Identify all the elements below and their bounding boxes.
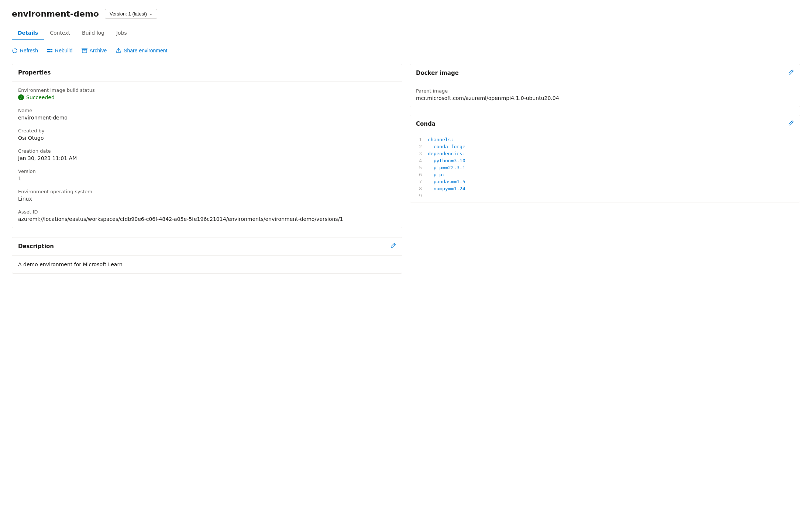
creation-date-value: Jan 30, 2023 11:01 AM xyxy=(18,155,396,161)
code-line: 9 xyxy=(412,192,798,199)
code-line: 7 - pandas==1.5 xyxy=(412,178,798,185)
svg-rect-4 xyxy=(49,51,51,52)
description-body: A demo environment for Microsoft Learn xyxy=(12,256,402,273)
conda-card: Conda 1channels:2 - conda-forge3dependen… xyxy=(410,115,800,202)
code-line: 2 - conda-forge xyxy=(412,143,798,150)
asset-id-group: Asset ID azureml://locations/eastus/work… xyxy=(18,209,396,222)
created-by-label: Created by xyxy=(18,128,396,133)
version-value: 1 xyxy=(18,176,396,181)
created-by-value: Osi Otugo xyxy=(18,135,396,141)
tab-build-log[interactable]: Build log xyxy=(76,26,110,40)
line-content: - python=3.10 xyxy=(428,158,465,163)
line-content: - numpy==1.24 xyxy=(428,186,465,191)
line-content: dependencies: xyxy=(428,151,465,156)
rebuild-icon xyxy=(47,48,53,53)
creation-date-group: Creation date Jan 30, 2023 11:01 AM xyxy=(18,148,396,161)
code-line: 3dependencies: xyxy=(412,150,798,157)
rebuild-button[interactable]: Rebuild xyxy=(47,48,72,53)
svg-rect-1 xyxy=(49,49,51,50)
name-group: Name environment-demo xyxy=(18,108,396,121)
conda-edit-icon[interactable] xyxy=(788,120,794,128)
line-number: 9 xyxy=(414,193,422,198)
parent-image-value: mcr.microsoft.com/azureml/openmpi4.1.0-u… xyxy=(416,95,794,101)
code-line: 6 - pip: xyxy=(412,171,798,178)
description-title: Description xyxy=(18,243,54,250)
line-number: 3 xyxy=(414,151,422,156)
properties-card: Properties Environment image build statu… xyxy=(12,64,402,228)
docker-edit-icon[interactable] xyxy=(788,69,794,77)
refresh-button[interactable]: Refresh xyxy=(12,48,38,53)
os-group: Environment operating system Linux xyxy=(18,189,396,202)
properties-body: Environment image build status Succeeded… xyxy=(12,81,402,228)
page-header: environment-demo Version: 1 (latest) ⌄ xyxy=(12,9,800,19)
code-line: 5 - pip==22.3.1 xyxy=(412,164,798,171)
conda-title: Conda xyxy=(416,121,436,127)
line-content: - pandas==1.5 xyxy=(428,179,465,184)
toolbar: Refresh Rebuild Archive xyxy=(12,48,800,53)
conda-header: Conda xyxy=(410,115,800,133)
build-status-label: Environment image build status xyxy=(18,87,396,93)
left-column: Properties Environment image build statu… xyxy=(12,64,402,274)
version-dropdown[interactable]: Version: 1 (latest) ⌄ xyxy=(105,9,157,19)
os-value: Linux xyxy=(18,196,396,202)
line-content: - conda-forge xyxy=(428,144,465,149)
success-icon xyxy=(18,94,24,100)
svg-rect-2 xyxy=(51,49,52,50)
docker-image-body: Parent image mcr.microsoft.com/azureml/o… xyxy=(410,82,800,107)
svg-rect-0 xyxy=(47,49,49,50)
right-column: Docker image Parent image mcr.microsoft.… xyxy=(410,64,800,202)
name-label: Name xyxy=(18,108,396,113)
conda-body: 1channels:2 - conda-forge3dependencies:4… xyxy=(410,133,800,202)
share-icon xyxy=(116,48,121,53)
creation-date-label: Creation date xyxy=(18,148,396,154)
line-content: channels: xyxy=(428,137,454,142)
name-value: environment-demo xyxy=(18,115,396,121)
tab-bar: Details Context Build log Jobs xyxy=(12,26,800,40)
svg-rect-8 xyxy=(83,51,85,51)
line-content: - pip==22.3.1 xyxy=(428,165,465,170)
line-number: 6 xyxy=(414,172,422,177)
os-label: Environment operating system xyxy=(18,189,396,194)
line-number: 2 xyxy=(414,144,422,149)
archive-icon xyxy=(82,48,87,53)
docker-image-title: Docker image xyxy=(416,70,459,76)
docker-image-card: Docker image Parent image mcr.microsoft.… xyxy=(410,64,800,107)
line-number: 8 xyxy=(414,186,422,191)
tab-jobs[interactable]: Jobs xyxy=(110,26,133,40)
description-card-header: Description xyxy=(12,237,402,256)
asset-id-label: Asset ID xyxy=(18,209,396,215)
line-content: - pip: xyxy=(428,172,445,177)
description-value: A demo environment for Microsoft Learn xyxy=(18,261,396,267)
created-by-group: Created by Osi Otugo xyxy=(18,128,396,141)
line-number: 1 xyxy=(414,137,422,142)
refresh-icon xyxy=(12,48,18,53)
tab-context[interactable]: Context xyxy=(44,26,76,40)
line-number: 7 xyxy=(414,179,422,184)
svg-rect-5 xyxy=(51,51,52,52)
build-status-value: Succeeded xyxy=(18,94,396,100)
archive-button[interactable]: Archive xyxy=(82,48,107,53)
code-line: 8 - numpy==1.24 xyxy=(412,185,798,192)
code-line: 4 - python=3.10 xyxy=(412,157,798,164)
description-edit-icon[interactable] xyxy=(390,243,396,250)
asset-id-value: azureml://locations/eastus/workspaces/cf… xyxy=(18,216,396,222)
docker-image-header: Docker image xyxy=(410,64,800,82)
page-title: environment-demo xyxy=(12,9,99,18)
line-number: 4 xyxy=(414,158,422,163)
parent-image-label: Parent image xyxy=(416,88,794,94)
properties-card-header: Properties xyxy=(12,64,402,81)
tab-details[interactable]: Details xyxy=(12,26,44,40)
version-label: Version xyxy=(18,169,396,174)
main-layout: Properties Environment image build statu… xyxy=(12,64,800,274)
svg-rect-3 xyxy=(47,51,49,52)
line-number: 5 xyxy=(414,165,422,170)
version-group: Version 1 xyxy=(18,169,396,181)
description-card: Description A demo environment for Micro… xyxy=(12,237,402,274)
share-environment-button[interactable]: Share environment xyxy=(116,48,167,53)
properties-title: Properties xyxy=(18,69,51,76)
chevron-down-icon: ⌄ xyxy=(149,11,152,16)
code-line: 1channels: xyxy=(412,136,798,143)
build-status-group: Environment image build status Succeeded xyxy=(18,87,396,100)
